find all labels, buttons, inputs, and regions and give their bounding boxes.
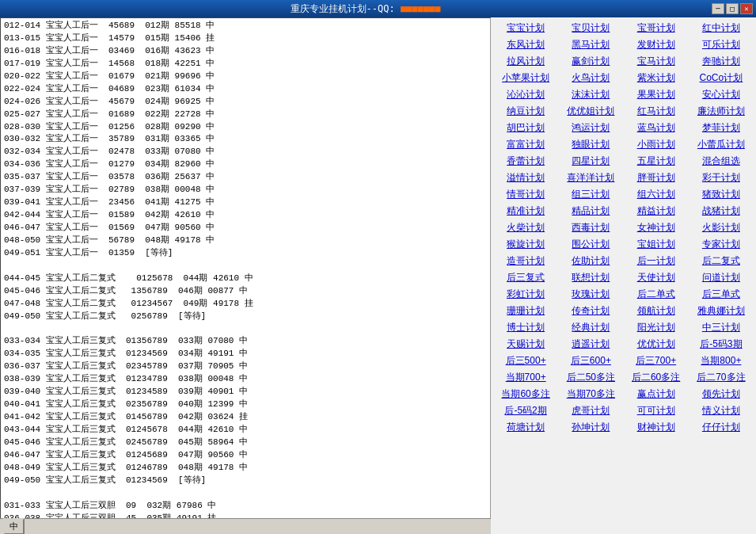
plan-item-62[interactable]: 天使计划 xyxy=(625,270,688,285)
left-panel[interactable]: 012-014 宝宝人工后一 45689 012期 85518 中 013-01… xyxy=(0,17,491,534)
plan-item-45[interactable]: 精品计划 xyxy=(559,204,622,219)
plan-item-92[interactable]: 后-5码2期 xyxy=(494,403,557,418)
plan-item-93[interactable]: 虎哥计划 xyxy=(559,403,622,418)
plan-item-50[interactable]: 女神计划 xyxy=(625,220,688,235)
plan-item-94[interactable]: 可可计划 xyxy=(625,403,688,418)
plan-item-18[interactable]: 果果计划 xyxy=(625,87,688,102)
plan-item-84[interactable]: 当期700+ xyxy=(494,370,557,385)
plan-item-27[interactable]: 梦菲计划 xyxy=(690,120,753,135)
plan-item-57[interactable]: 佐助计划 xyxy=(559,254,622,269)
plan-item-15[interactable]: CoCo计划 xyxy=(690,71,753,86)
plan-item-79[interactable]: 后-5码3期 xyxy=(690,337,753,352)
plan-item-66[interactable]: 后二单式 xyxy=(625,287,688,302)
plan-item-76[interactable]: 天赐计划 xyxy=(494,337,557,352)
plan-item-88[interactable]: 当期60多注 xyxy=(494,387,557,402)
plan-item-85[interactable]: 后二50多注 xyxy=(559,370,622,385)
plan-item-21[interactable]: 优优姐计划 xyxy=(559,104,622,119)
plan-item-32[interactable]: 香蕾计划 xyxy=(494,154,557,169)
plan-item-48[interactable]: 火柴计划 xyxy=(494,220,557,235)
plan-item-34[interactable]: 五星计划 xyxy=(625,154,688,169)
plan-item-73[interactable]: 经典计划 xyxy=(559,320,622,335)
plan-item-72[interactable]: 博士计划 xyxy=(494,320,557,335)
plan-item-82[interactable]: 后三700+ xyxy=(625,353,688,368)
plan-item-39[interactable]: 彩干计划 xyxy=(690,170,753,185)
plan-item-77[interactable]: 逍遥计划 xyxy=(559,337,622,352)
plan-item-51[interactable]: 火影计划 xyxy=(690,220,753,235)
plan-item-20[interactable]: 纳豆计划 xyxy=(494,104,557,119)
plan-item-68[interactable]: 珊珊计划 xyxy=(494,303,557,318)
plan-item-58[interactable]: 后一计划 xyxy=(625,254,688,269)
plan-item-89[interactable]: 当期70多注 xyxy=(559,387,622,402)
plan-item-37[interactable]: 喜洋洋计划 xyxy=(559,170,622,185)
plan-item-46[interactable]: 精益计划 xyxy=(625,204,688,219)
plan-item-1[interactable]: 宝贝计划 xyxy=(559,21,622,36)
plan-item-47[interactable]: 战猪计划 xyxy=(690,204,753,219)
minimize-button[interactable]: ─ xyxy=(712,3,724,14)
plan-item-11[interactable]: 奔驰计划 xyxy=(690,54,753,69)
plan-item-8[interactable]: 拉风计划 xyxy=(494,54,557,69)
plan-item-16[interactable]: 沁沁计划 xyxy=(494,87,557,102)
plan-item-17[interactable]: 沫沫计划 xyxy=(559,87,622,102)
plan-item-52[interactable]: 猴旋计划 xyxy=(494,237,557,252)
plan-item-69[interactable]: 传奇计划 xyxy=(559,303,622,318)
maximize-button[interactable]: □ xyxy=(726,3,739,14)
plan-item-54[interactable]: 宝姐计划 xyxy=(625,237,688,252)
status-button[interactable]: 中 xyxy=(3,518,25,534)
plan-item-9[interactable]: 赢剑计划 xyxy=(559,54,622,69)
plan-item-99[interactable]: 仔仔计划 xyxy=(690,420,753,435)
plan-item-12[interactable]: 小苹果计划 xyxy=(494,71,557,86)
plan-item-65[interactable]: 玫瑰计划 xyxy=(559,287,622,302)
plan-item-81[interactable]: 后三600+ xyxy=(559,353,622,368)
plan-item-30[interactable]: 小雨计划 xyxy=(625,137,688,152)
plan-item-98[interactable]: 财神计划 xyxy=(625,420,688,435)
qq-number[interactable]: ■■■■■■■ xyxy=(401,3,441,14)
plan-item-25[interactable]: 鸿运计划 xyxy=(559,120,622,135)
plan-item-90[interactable]: 赢点计划 xyxy=(625,387,688,402)
plan-item-56[interactable]: 造哥计划 xyxy=(494,254,557,269)
plan-item-97[interactable]: 孙坤计划 xyxy=(559,420,622,435)
plan-item-5[interactable]: 黑马计划 xyxy=(559,37,622,52)
plan-item-83[interactable]: 当期800+ xyxy=(690,353,753,368)
plan-item-40[interactable]: 情哥计划 xyxy=(494,187,557,202)
plan-item-87[interactable]: 后二70多注 xyxy=(690,370,753,385)
plan-item-7[interactable]: 可乐计划 xyxy=(690,37,753,52)
plan-item-22[interactable]: 红马计划 xyxy=(625,104,688,119)
plan-item-64[interactable]: 彩虹计划 xyxy=(494,287,557,302)
plan-item-49[interactable]: 西毒计划 xyxy=(559,220,622,235)
plan-item-23[interactable]: 廉法师计划 xyxy=(690,104,753,119)
plan-item-44[interactable]: 精准计划 xyxy=(494,204,557,219)
plan-item-74[interactable]: 阳光计划 xyxy=(625,320,688,335)
plan-item-96[interactable]: 荷塘计划 xyxy=(494,420,557,435)
plan-item-19[interactable]: 安心计划 xyxy=(690,87,753,102)
plan-item-26[interactable]: 蓝鸟计划 xyxy=(625,120,688,135)
plan-item-42[interactable]: 组六计划 xyxy=(625,187,688,202)
plan-item-14[interactable]: 紫米计划 xyxy=(625,71,688,86)
plan-item-41[interactable]: 组三计划 xyxy=(559,187,622,202)
plan-item-28[interactable]: 富富计划 xyxy=(494,137,557,152)
plan-item-95[interactable]: 情义计划 xyxy=(690,403,753,418)
plan-item-0[interactable]: 宝宝计划 xyxy=(494,21,557,36)
plan-item-31[interactable]: 小蕾瓜计划 xyxy=(690,137,753,152)
plan-item-78[interactable]: 优优计划 xyxy=(625,337,688,352)
plan-item-59[interactable]: 后二复式 xyxy=(690,254,753,269)
plan-item-38[interactable]: 胖哥计划 xyxy=(625,170,688,185)
plan-item-29[interactable]: 独眼计划 xyxy=(559,137,622,152)
plan-item-75[interactable]: 中三计划 xyxy=(690,320,753,335)
plan-item-63[interactable]: 问道计划 xyxy=(690,270,753,285)
plan-item-67[interactable]: 后三单式 xyxy=(690,287,753,302)
plan-item-71[interactable]: 雅典娜计划 xyxy=(690,303,753,318)
plan-item-10[interactable]: 宝马计划 xyxy=(625,54,688,69)
plan-item-80[interactable]: 后三500+ xyxy=(494,353,557,368)
plan-item-6[interactable]: 发财计划 xyxy=(625,37,688,52)
plan-item-70[interactable]: 领航计划 xyxy=(625,303,688,318)
plan-item-91[interactable]: 领先计划 xyxy=(690,387,753,402)
plan-item-53[interactable]: 围公计划 xyxy=(559,237,622,252)
plan-item-86[interactable]: 后二60多注 xyxy=(625,370,688,385)
plan-item-61[interactable]: 联想计划 xyxy=(559,270,622,285)
plan-item-2[interactable]: 宝哥计划 xyxy=(625,21,688,36)
plan-item-24[interactable]: 胡巴计划 xyxy=(494,120,557,135)
close-button[interactable]: ✕ xyxy=(740,3,753,14)
plan-item-3[interactable]: 红中计划 xyxy=(690,21,753,36)
plan-item-60[interactable]: 后三复式 xyxy=(494,270,557,285)
plan-item-33[interactable]: 四星计划 xyxy=(559,154,622,169)
